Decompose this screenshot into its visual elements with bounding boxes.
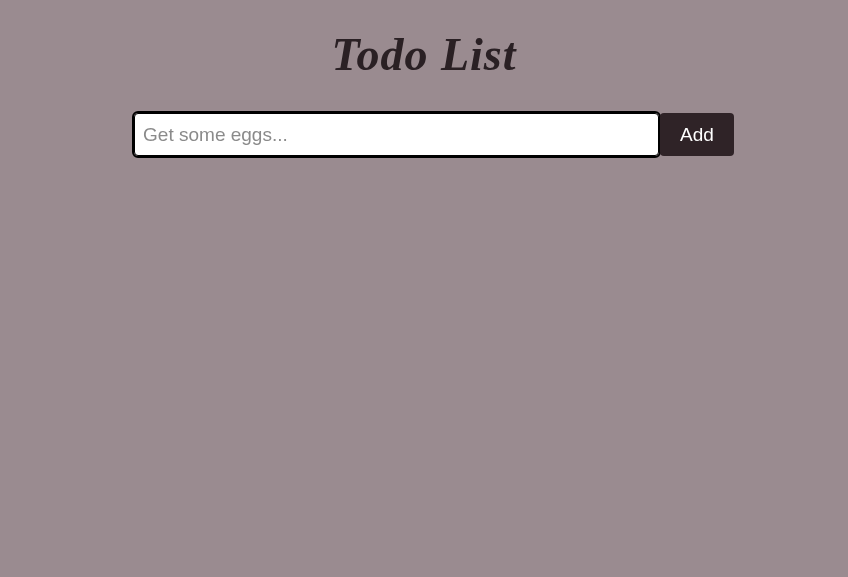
app-container: Todo List Add <box>0 0 848 156</box>
page-title: Todo List <box>332 28 517 81</box>
add-button[interactable]: Add <box>660 113 734 156</box>
todo-form-row: Add <box>134 113 734 156</box>
todo-input[interactable] <box>134 113 659 156</box>
